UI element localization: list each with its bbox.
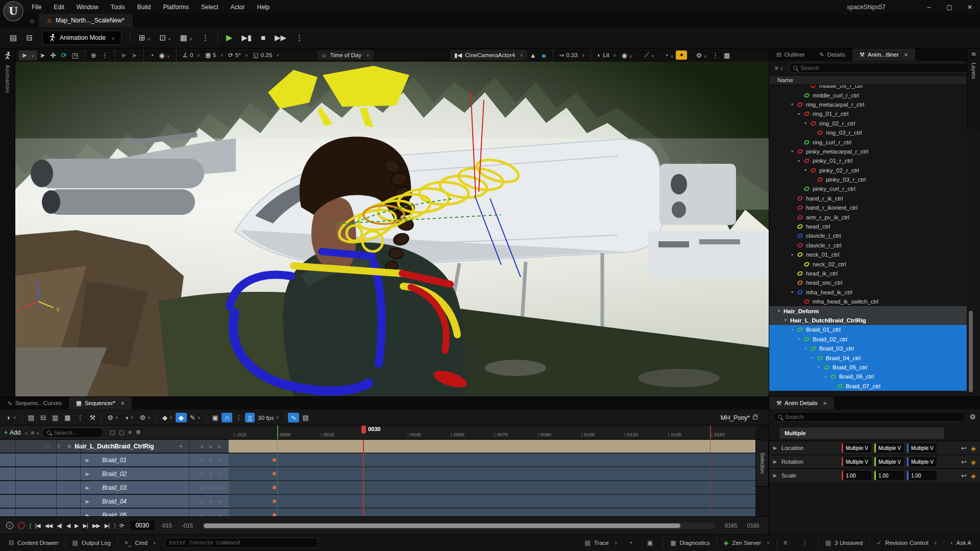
expander-icon[interactable]: ▶ (86, 471, 89, 477)
outliner-row[interactable]: ▾ Hair_L_DutchBraid_CtrlRig (769, 316, 967, 325)
expander-icon[interactable]: ▶ (86, 499, 89, 504)
outliner-row[interactable]: ▾ pinky_03_r_ctrl (769, 175, 967, 184)
speed-dial-icon[interactable]: ◔ (662, 51, 676, 60)
track-filter-icon[interactable]: ≡ (31, 430, 39, 436)
Braid_05[interactable]: ▢⊘◉∩ ▶ Braid_05 + ◀◆▶ (0, 509, 229, 516)
expander-icon[interactable]: ▾ (798, 159, 803, 163)
sequence-breadcrumb-icon[interactable]: ▤ (299, 413, 311, 422)
Braid_02[interactable] (229, 467, 755, 480)
editor-mode-dropdown[interactable]: Animation Mode (42, 31, 121, 45)
property-row[interactable]: ▶ Location Multiple V Multiple V Multipl… (769, 441, 980, 455)
expander-icon[interactable]: ▶ (86, 513, 89, 517)
reset-to-default-icon[interactable]: ↩ (961, 444, 967, 452)
keyframe-settings-icon[interactable]: ◆ (159, 413, 176, 422)
timeline-ruler[interactable]: |-015|0000|0015|0045|0060|0075|0090|0105… (229, 425, 755, 440)
track-search-box[interactable] (42, 428, 104, 438)
key-navigation[interactable]: ◀◆▶ (200, 444, 222, 449)
menu-item[interactable]: File (26, 0, 47, 14)
sequencer-toolbar-item[interactable] (285, 413, 285, 422)
y-value-field[interactable]: Multiple V (874, 457, 904, 466)
z-value-field[interactable]: Multiple V (907, 457, 937, 466)
unsaved-button[interactable]: ▤ 3 Unsaved (820, 535, 868, 551)
outliner-row[interactable]: ▾ ring_metacarpal_r_ctrl (769, 100, 967, 109)
screenshot-icon[interactable]: ▣ (642, 535, 662, 551)
more-icon[interactable]: ⋮ (197, 31, 214, 44)
menu-item[interactable]: Help (251, 0, 276, 14)
curve-editor-toggle[interactable]: ∿ (288, 413, 300, 422)
outliner-row[interactable]: ▾ hand_r_ikorient_ctrl (769, 203, 967, 212)
playhead-line[interactable] (363, 440, 364, 516)
Braid_05[interactable] (229, 509, 755, 516)
playback-end-marker[interactable] (710, 425, 711, 439)
info-button[interactable]: i (6, 522, 13, 529)
create-camera-icon[interactable]: ▥ (49, 413, 61, 422)
frame-skip-button[interactable]: ▶▮ (237, 31, 256, 44)
outliner-row[interactable]: ▾ Braid_06_ctrl (769, 372, 967, 381)
key-navigation[interactable]: ◀◆▶ (200, 458, 222, 463)
track-settings-icon[interactable]: ⚙ (136, 429, 141, 436)
output-log-button[interactable]: ▤ Output Log (67, 535, 116, 551)
grid-snap-dropdown[interactable]: ▦5 (203, 51, 226, 60)
Braid_01[interactable]: ▢⊘◉∩ ▶ Braid_01 + ◀◆▶ (0, 454, 229, 466)
status-item[interactable] (663, 538, 664, 547)
view-start-field[interactable]: -015 (179, 522, 196, 529)
step-back-button[interactable]: ◀| (57, 522, 61, 529)
expander-icon[interactable]: ▾ (791, 102, 797, 107)
camera-lock-icon[interactable]: ▣ (209, 413, 222, 422)
animation-mode-strip[interactable]: Animation (0, 48, 15, 396)
key-navigation[interactable]: ◀◆▶ (200, 485, 222, 490)
kebab-menu-icon[interactable]: ⋮ (99, 51, 111, 60)
key-navigation[interactable]: ◀◆▶ (200, 499, 222, 504)
cmd-dropdown[interactable]: >_ Cmd (119, 535, 162, 551)
sequence-menu-icon[interactable]: ◐ (4, 413, 19, 422)
status-item[interactable] (117, 538, 118, 547)
status-item[interactable] (776, 538, 777, 547)
tab-anim-details[interactable]: ⚒ Anim Details ✕ (769, 397, 834, 409)
tab-anim-outliner[interactable]: ⚒ Anim...tliner ✕ (852, 48, 915, 61)
sequencer-toolbar-item[interactable] (206, 413, 207, 422)
tab-sequencer[interactable]: ▦ Sequencer* ✕ (69, 397, 132, 409)
select-tool-icon[interactable]: ➤ (37, 51, 48, 60)
expander-icon[interactable]: ▾ (791, 290, 797, 294)
trace-dropdown[interactable]: ▤ Trace (579, 535, 623, 551)
z-value-field[interactable]: 1.00 (907, 471, 937, 480)
maximize-button[interactable]: ▢ (939, 0, 960, 14)
expander-icon[interactable]: ▾ (811, 356, 817, 360)
outliner-row[interactable]: ▾ hand_r_ik_ctrl (769, 194, 967, 203)
message-log-icon[interactable]: ≡ (778, 535, 796, 551)
revision-control-dropdown[interactable]: ✓ Revision Control (871, 535, 942, 551)
anim-details-search-box[interactable] (773, 412, 965, 422)
menu-item[interactable]: Actor (224, 0, 251, 14)
filter-icon[interactable]: ≡ (772, 64, 786, 72)
add-actor-icon[interactable]: ⊞ (134, 31, 155, 44)
x-value-field[interactable]: Multiple V (842, 443, 871, 453)
pilot-icon[interactable]: ◈ (539, 51, 549, 60)
expander-icon[interactable]: ▾ (798, 112, 803, 116)
outliner-row[interactable]: ▾ head_ctrl (769, 222, 967, 231)
add-track-button[interactable]: + Add (4, 429, 28, 436)
sequencer-toolbar-item[interactable] (156, 413, 157, 422)
expander-icon[interactable]: ▾ (778, 309, 783, 313)
outliner-row[interactable]: ▾ pinky_01_r_ctrl (769, 156, 967, 165)
add-section-icon[interactable]: + (179, 443, 183, 450)
expander-icon[interactable]: ▶ (773, 445, 781, 450)
reset-to-default-icon[interactable]: ↩ (961, 458, 967, 466)
move-tool-icon[interactable]: ✢ (48, 51, 59, 60)
status-item[interactable] (717, 538, 717, 547)
Braid_03[interactable] (229, 481, 755, 494)
name-column-header[interactable]: Name (769, 75, 967, 85)
anim-details-search-input[interactable] (785, 414, 961, 420)
content-drawer-button[interactable]: ⊟ Content Drawer (3, 535, 64, 551)
size-column-icon-2[interactable]: ▢ (119, 429, 124, 436)
layers-stack-icon[interactable]: ≋ (971, 51, 976, 58)
close-tab-icon[interactable]: ✕ (120, 400, 125, 406)
cursor-mode-dropdown[interactable]: ➤ (18, 51, 37, 60)
current-frame-field[interactable]: 0030 (130, 521, 154, 530)
set-start-button[interactable]: [ (30, 522, 31, 529)
play-reverse-button[interactable]: ◀ (66, 522, 70, 529)
expander-icon[interactable]: ▶ (773, 459, 781, 464)
loop-button[interactable]: ⟳ (119, 522, 124, 529)
add-keyframe-icon[interactable]: ◈ (971, 458, 976, 466)
render-movie-icon[interactable]: ⚒ (87, 413, 99, 422)
previous-key-button[interactable]: ◀◀ (44, 522, 52, 529)
